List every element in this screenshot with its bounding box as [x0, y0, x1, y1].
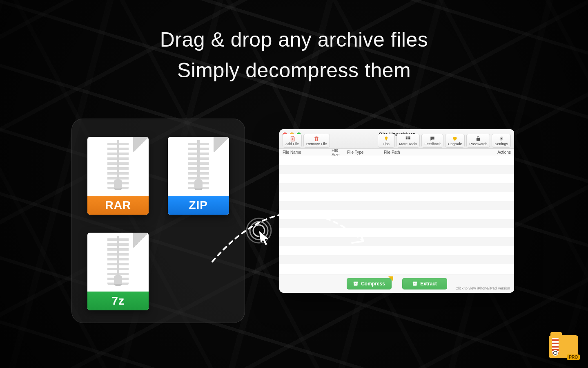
file-icon: 7z — [87, 233, 149, 310]
svg-rect-14 — [413, 282, 416, 285]
table-row — [279, 264, 514, 273]
footer-bar: Compress Extract Click to view iPhone/iP… — [279, 274, 514, 293]
col-file-name[interactable]: File Name — [283, 150, 332, 155]
table-row — [279, 165, 514, 174]
upgrade-label: Upgrade — [448, 142, 462, 146]
svg-rect-13 — [355, 283, 356, 284]
chat-bubble-icon — [430, 136, 435, 141]
headline: Drag & drop any archive files Simply dec… — [0, 25, 588, 86]
plus-doc-icon — [290, 136, 295, 141]
zipper-icon — [107, 140, 129, 189]
table-row — [279, 255, 514, 264]
pro-badge: PRO — [549, 335, 578, 358]
file-icon: RAR — [87, 137, 149, 215]
archive-icon — [412, 281, 418, 287]
passwords-button[interactable]: Passwords — [466, 134, 490, 148]
svg-rect-12 — [354, 281, 358, 283]
extract-button[interactable]: Extract — [402, 278, 447, 289]
svg-rect-8 — [409, 138, 410, 139]
settings-label: Settings — [494, 142, 508, 146]
pro-tag: PRO — [567, 355, 580, 360]
svg-rect-4 — [408, 136, 409, 137]
feedback-button[interactable]: Feedback — [421, 134, 443, 148]
extract-label: Extract — [420, 281, 437, 287]
table-row — [279, 237, 514, 246]
table-row — [279, 192, 514, 201]
table-row — [279, 228, 514, 237]
add-file-button[interactable]: Add File — [283, 134, 302, 148]
file-list-dropzone[interactable] — [279, 156, 514, 274]
trash-icon — [314, 136, 319, 141]
file-icon: ZIP — [168, 137, 229, 215]
heart-icon — [452, 136, 458, 141]
archive-label: ZIP — [168, 196, 229, 215]
table-row — [279, 219, 514, 228]
grid-icon — [405, 136, 411, 141]
svg-rect-5 — [409, 136, 410, 137]
compress-label: Compress — [361, 281, 385, 287]
col-actions[interactable]: Actions — [491, 150, 511, 155]
table-row — [279, 156, 514, 165]
svg-rect-11 — [354, 282, 357, 285]
zipper-icon — [188, 140, 209, 189]
headline-line-2: Simply decompress them — [0, 55, 588, 86]
tips-label: Tips — [383, 142, 390, 146]
remove-file-label: Remove File — [306, 142, 327, 146]
passwords-label: Passwords — [469, 142, 487, 146]
remove-file-button[interactable]: Remove File — [303, 134, 330, 148]
pro-corner-tag-icon — [388, 276, 393, 281]
table-row — [279, 183, 514, 192]
svg-rect-6 — [406, 138, 407, 139]
more-tools-button[interactable]: More Tools — [396, 134, 420, 148]
titlebar: Oka Unarchiver Add File Remove File T — [279, 129, 514, 149]
archive-file-rar[interactable]: RAR — [84, 131, 152, 215]
lock-icon — [475, 136, 481, 141]
svg-rect-9 — [477, 138, 480, 140]
archive-file-7z[interactable]: 7z — [84, 227, 152, 310]
col-file-size[interactable]: File Size — [332, 148, 347, 157]
archive-file-zip[interactable]: ZIP — [165, 131, 233, 215]
archive-label: RAR — [87, 196, 149, 215]
table-row — [279, 210, 514, 219]
add-file-label: Add File — [285, 142, 299, 146]
col-file-type[interactable]: File Type — [347, 150, 384, 155]
lightbulb-icon — [383, 136, 389, 141]
archive-icon — [353, 281, 359, 287]
toolbar-left: Add File Remove File — [282, 134, 331, 148]
table-header: File Name File Size File Type File Path … — [279, 149, 514, 156]
table-row — [279, 246, 514, 255]
headline-line-1: Drag & drop any archive files — [0, 25, 588, 55]
zipper-pull-icon — [552, 350, 558, 356]
svg-rect-15 — [413, 281, 417, 283]
toolbar-right: Tips More Tools Feedback Upgrade — [377, 134, 512, 148]
archive-label: 7z — [87, 292, 149, 310]
feedback-label: Feedback — [424, 142, 441, 146]
table-row — [279, 174, 514, 183]
cluster-empty-slot — [165, 227, 233, 310]
settings-button[interactable]: Settings — [492, 134, 511, 148]
svg-rect-3 — [406, 136, 407, 137]
tips-button[interactable]: Tips — [378, 134, 395, 148]
table-row — [279, 201, 514, 210]
col-file-path[interactable]: File Path — [384, 150, 491, 155]
gear-icon — [499, 136, 504, 141]
more-tools-label: More Tools — [399, 142, 417, 146]
svg-rect-16 — [414, 283, 415, 284]
compress-button[interactable]: Compress — [347, 278, 392, 289]
svg-rect-7 — [408, 138, 409, 139]
archive-cluster: RAR ZIP 7z — [71, 119, 245, 323]
app-window: Oka Unarchiver Add File Remove File T — [279, 129, 514, 293]
footer-hint-link[interactable]: Click to view iPhone/iPad Version — [455, 286, 510, 290]
zipper-icon — [107, 236, 129, 285]
upgrade-button[interactable]: Upgrade — [445, 134, 465, 148]
